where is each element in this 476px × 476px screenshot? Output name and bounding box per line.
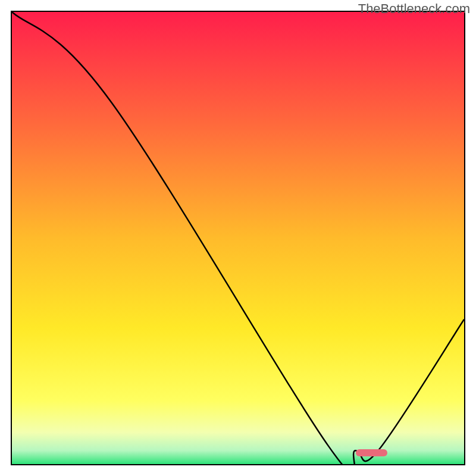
optimal-marker: [356, 449, 387, 456]
bottleneck-curve: [12, 12, 464, 464]
watermark-text: TheBottleneck.com: [358, 1, 470, 17]
plot-area: [11, 11, 465, 465]
